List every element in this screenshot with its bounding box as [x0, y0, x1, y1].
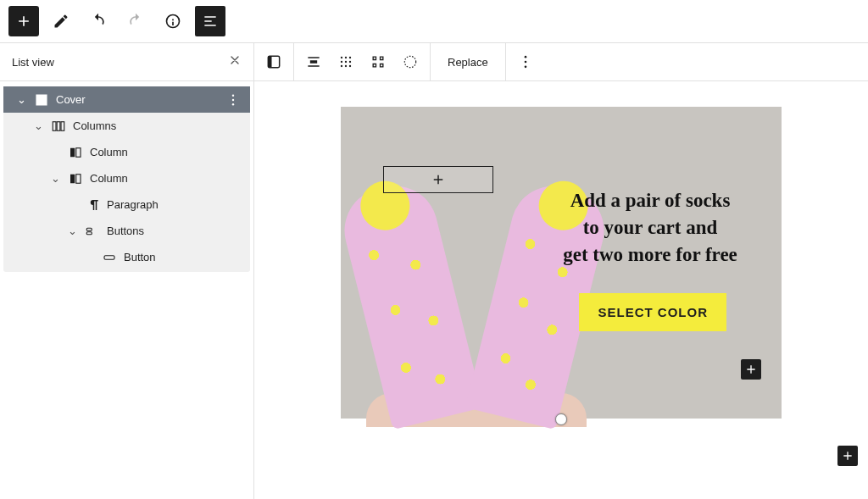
button-block-icon [102, 250, 117, 265]
tree-item-column[interactable]: ⌄ Column [3, 165, 250, 191]
list-view-title: List view [12, 56, 54, 69]
column-block-icon [68, 145, 83, 160]
list-view-header: List view [0, 43, 253, 81]
svg-rect-5 [61, 121, 64, 130]
fullheight-icon [370, 53, 387, 70]
tree-item-label: Paragraph [107, 198, 243, 211]
list-view-panel: List view ⌄ Cover ⌄ Columns [0, 43, 254, 499]
heading-line-2: to your cart and [583, 217, 718, 238]
block-toolbar: Replace [254, 43, 868, 81]
replace-media-button[interactable]: Replace [436, 56, 500, 69]
plus-icon [15, 13, 32, 30]
chevron-down-icon: ⌄ [32, 119, 44, 132]
plus-icon [841, 449, 854, 463]
tree-item-label: Column [90, 172, 243, 185]
select-color-button[interactable]: SELECT COLOR [579, 293, 726, 331]
content-position-button[interactable] [331, 47, 360, 76]
undo-button[interactable] [83, 6, 114, 36]
add-block-button[interactable] [8, 6, 39, 36]
block-more-options-button[interactable] [511, 47, 540, 76]
root-appender[interactable] [837, 446, 858, 466]
list-view-close-button[interactable] [225, 50, 245, 75]
tree-item-columns[interactable]: ⌄ Columns [3, 113, 250, 139]
svg-rect-9 [76, 174, 81, 183]
cover-resize-handle[interactable] [555, 413, 567, 425]
paragraph-block-icon [85, 197, 100, 213]
tree-item-label: Column [90, 146, 243, 158]
block-type-button[interactable] [259, 47, 288, 76]
tree-item-cover[interactable]: ⌄ Cover [3, 86, 250, 113]
svg-point-2 [232, 103, 234, 105]
svg-point-19 [345, 61, 347, 63]
tree-item-label: Columns [73, 119, 243, 132]
plus-icon [431, 172, 446, 187]
redo-icon [127, 13, 144, 30]
svg-rect-14 [268, 56, 271, 67]
svg-rect-7 [76, 147, 81, 157]
canvas-area: Replace Add a pair of socks to your cart… [254, 43, 868, 499]
tree-item-column[interactable]: Column [3, 139, 250, 165]
block-tree: ⌄ Cover ⌄ Columns Column [0, 81, 253, 274]
svg-point-23 [349, 65, 351, 67]
svg-point-16 [345, 57, 347, 58]
empty-column-appender[interactable] [383, 166, 493, 193]
tree-item-label: Button [124, 251, 243, 263]
editor-main: List view ⌄ Cover ⌄ Columns [0, 42, 868, 499]
more-vertical-icon [225, 92, 241, 108]
svg-point-15 [341, 57, 342, 58]
tree-item-button[interactable]: Button [3, 244, 250, 270]
tree-item-paragraph[interactable]: Paragraph [3, 191, 250, 218]
tree-item-label: Cover [56, 93, 216, 106]
full-height-button[interactable] [364, 47, 392, 76]
outline-icon [202, 13, 219, 30]
svg-point-27 [524, 66, 526, 69]
svg-point-22 [345, 65, 347, 67]
info-icon [164, 13, 181, 30]
columns-block-icon [51, 119, 66, 134]
cover-block-icon [34, 92, 49, 108]
tree-item-label: Buttons [107, 225, 243, 237]
editor-canvas[interactable]: Add a pair of socks to your cart and get… [254, 81, 868, 499]
svg-point-25 [524, 56, 526, 58]
svg-point-1 [232, 98, 234, 100]
chevron-down-icon: ⌄ [49, 172, 61, 185]
svg-point-20 [349, 61, 351, 63]
buttons-block-icon [85, 224, 100, 239]
svg-rect-4 [57, 121, 60, 130]
svg-point-26 [524, 61, 526, 64]
svg-rect-3 [53, 121, 56, 130]
cover-inner-appender[interactable] [741, 359, 761, 380]
svg-point-17 [349, 57, 351, 58]
chevron-down-icon: ⌄ [15, 93, 27, 106]
svg-point-21 [341, 65, 342, 67]
plus-icon [744, 363, 758, 376]
close-icon [228, 53, 242, 67]
cover-block-icon [265, 53, 282, 70]
grid-3x3-icon [337, 53, 354, 70]
chevron-down-icon: ⌄ [66, 225, 78, 237]
svg-rect-8 [70, 174, 75, 183]
tree-selected-group: ⌄ Cover ⌄ Columns Column [3, 86, 250, 272]
svg-point-18 [341, 61, 342, 63]
decorative-sock-left [336, 177, 483, 430]
heading-line-1: Add a pair of socks [570, 190, 731, 211]
list-view-toggle[interactable] [195, 6, 225, 36]
cover-heading[interactable]: Add a pair of socks to your cart and get… [544, 187, 756, 269]
svg-point-24 [404, 56, 415, 67]
tree-item-buttons[interactable]: ⌄ Buttons [3, 218, 250, 244]
tools-button[interactable] [46, 6, 76, 36]
duotone-button[interactable] [396, 47, 425, 76]
details-button[interactable] [158, 6, 188, 36]
align-icon [305, 53, 322, 70]
cover-block[interactable]: Add a pair of socks to your cart and get… [341, 107, 782, 419]
svg-rect-6 [70, 147, 75, 157]
heading-line-3: get two more for free [563, 244, 737, 265]
duotone-icon [402, 53, 419, 70]
editor-top-toolbar [0, 0, 868, 42]
more-vertical-icon [517, 53, 534, 70]
tree-item-more-button[interactable] [223, 92, 243, 108]
column-block-icon [68, 171, 83, 186]
align-button[interactable] [299, 47, 328, 76]
redo-button[interactable] [120, 6, 151, 36]
svg-point-0 [232, 94, 234, 96]
